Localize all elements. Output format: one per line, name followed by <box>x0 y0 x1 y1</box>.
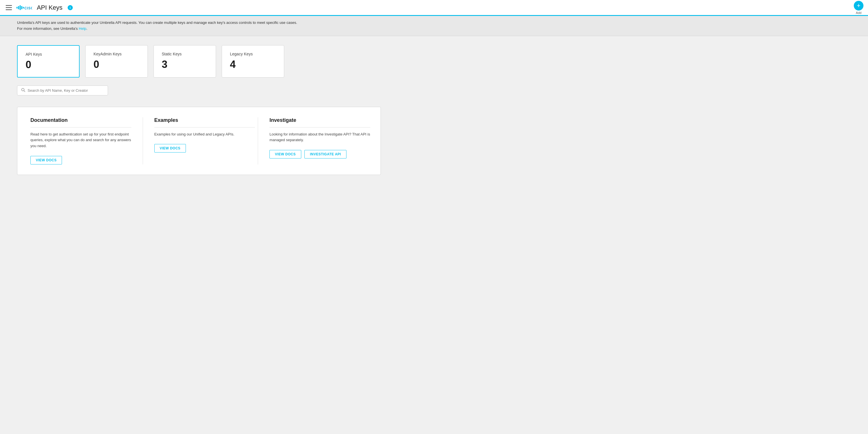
docs-col-documentation: Documentation Read here to get authentic… <box>28 117 143 164</box>
docs-col-investigate: Investigate Looking for information abou… <box>258 117 370 164</box>
cisco-logo-svg: CISCO <box>17 4 32 11</box>
keyadmin-keys-card[interactable]: KeyAdmin Keys 0 <box>85 45 148 77</box>
investigate-api-button[interactable]: INVESTIGATE API <box>304 150 346 159</box>
header-left: CISCO API Keys i <box>4 4 854 11</box>
svg-point-9 <box>22 88 24 91</box>
legacy-keys-label: Legacy Keys <box>230 52 276 56</box>
view-docs-button-1[interactable]: VIEW DOCS <box>30 156 62 164</box>
menu-button[interactable] <box>4 4 13 11</box>
keyadmin-keys-label: KeyAdmin Keys <box>94 52 140 56</box>
static-keys-card[interactable]: Static Keys 3 <box>153 45 216 77</box>
docs-col-examples-text: Examples for using our Unified and Legac… <box>154 132 255 137</box>
docs-col-examples: Examples Examples for using our Unified … <box>143 117 258 164</box>
docs-col-documentation-title: Documentation <box>30 117 131 123</box>
svg-text:CISCO: CISCO <box>25 6 32 10</box>
legacy-keys-count: 4 <box>230 59 276 70</box>
info-icon[interactable]: i <box>68 5 73 10</box>
docs-divider-3 <box>270 127 370 128</box>
api-keys-card[interactable]: API Keys 0 <box>17 45 80 77</box>
svg-rect-2 <box>6 9 12 10</box>
legacy-keys-card[interactable]: Legacy Keys 4 <box>222 45 284 77</box>
svg-rect-0 <box>6 5 12 6</box>
svg-rect-3 <box>17 7 18 8</box>
svg-rect-6 <box>21 6 23 9</box>
search-input[interactable] <box>28 88 104 93</box>
docs-section: Documentation Read here to get authentic… <box>17 107 381 175</box>
static-keys-count: 3 <box>162 59 208 70</box>
docs-divider-1 <box>30 127 131 128</box>
add-button[interactable]: + <box>854 1 864 10</box>
header-right: + Add <box>854 1 864 14</box>
search-icon <box>21 88 25 93</box>
api-keys-label: API Keys <box>26 52 71 57</box>
cisco-logo: CISCO <box>17 4 32 11</box>
hamburger-icon <box>6 5 12 10</box>
api-keys-count: 0 <box>26 59 71 71</box>
view-docs-button-2[interactable]: VIEW DOCS <box>154 144 186 153</box>
info-banner-text: Umbrella's API keys are used to authenti… <box>17 21 297 31</box>
docs-col-documentation-text: Read here to get authentication set up f… <box>30 132 131 149</box>
main-content: API Keys 0 KeyAdmin Keys 0 Static Keys 3… <box>0 36 398 184</box>
svg-line-10 <box>24 91 25 92</box>
static-keys-label: Static Keys <box>162 52 208 56</box>
search-box <box>17 86 108 95</box>
svg-rect-1 <box>6 7 12 8</box>
svg-rect-5 <box>20 5 21 10</box>
search-container <box>17 86 381 95</box>
docs-divider-2 <box>154 127 255 128</box>
help-link[interactable]: Help <box>79 26 86 31</box>
docs-col-investigate-title: Investigate <box>270 117 370 123</box>
svg-rect-7 <box>23 7 24 8</box>
docs-col-examples-title: Examples <box>154 117 255 123</box>
view-docs-button-3[interactable]: VIEW DOCS <box>270 150 301 159</box>
keyadmin-keys-count: 0 <box>94 59 140 70</box>
add-label: Add <box>856 11 862 14</box>
info-banner: Umbrella's API keys are used to authenti… <box>0 16 868 36</box>
header: CISCO API Keys i + Add <box>0 0 868 16</box>
svg-rect-4 <box>18 6 19 9</box>
cards-row: API Keys 0 KeyAdmin Keys 0 Static Keys 3… <box>17 45 381 77</box>
page-title: API Keys <box>37 4 62 11</box>
docs-col-investigate-text: Looking for information about the Invest… <box>270 132 370 143</box>
